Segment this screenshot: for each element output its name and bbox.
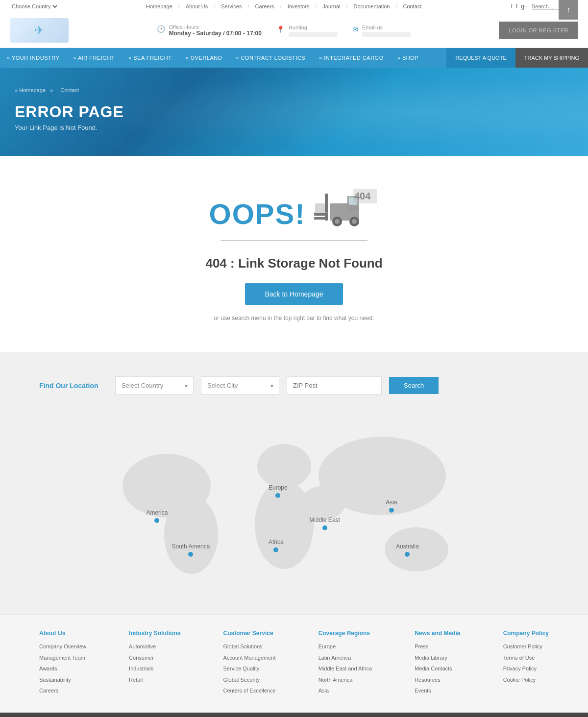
- footer-link[interactable]: Management Team: [39, 654, 86, 663]
- login-register-button[interactable]: LOGIN or REGISTER: [499, 22, 578, 39]
- footer-link[interactable]: Cookie Policy: [503, 676, 549, 685]
- track-shipping-button[interactable]: Track My Shipping: [515, 48, 588, 68]
- region-asia[interactable]: Asia: [386, 499, 397, 513]
- footer-link[interactable]: Service Quality: [223, 665, 276, 673]
- email-label: Email us: [362, 25, 411, 30]
- nav-your-industry[interactable]: » YOUR INDUSTRY: [0, 48, 66, 68]
- footer-col-policy: Company Policy Customer Policy Terms of …: [503, 630, 549, 698]
- footer-link[interactable]: Retail: [129, 676, 180, 685]
- page-title: ERROR PAGE: [15, 103, 573, 121]
- footer-link[interactable]: Careers: [39, 687, 86, 695]
- region-middle-east[interactable]: Middle East: [309, 517, 340, 530]
- footer-link[interactable]: Automotive: [129, 643, 180, 651]
- nav-homepage[interactable]: Homepage: [146, 3, 172, 9]
- footer-col-industry: Industry Solutions Automotive Consumer I…: [129, 630, 180, 698]
- footer-col-news-heading: News and Media: [415, 630, 460, 637]
- svg-point-9: [352, 219, 357, 224]
- africa-dot: [273, 547, 278, 552]
- footer-wrapper: Find Our Location Select Country Select …: [0, 352, 588, 717]
- world-map: America Europe Middle East Asia: [39, 407, 549, 615]
- footer-col-news: News and Media Press Media Library Media…: [415, 630, 460, 698]
- city-select-wrapper: Select City: [201, 376, 279, 395]
- footer-link[interactable]: Media Contacts: [415, 665, 460, 673]
- footer-link[interactable]: Centers of Excellence: [223, 687, 276, 695]
- footer-link[interactable]: Sustainability: [39, 676, 86, 685]
- location-icon: 📍: [276, 25, 285, 33]
- error-404-title: 404 : Link Storage Not Found: [205, 256, 382, 271]
- nav-overland[interactable]: » OVERLAND: [179, 48, 229, 68]
- footer-link[interactable]: Industrials: [129, 665, 180, 673]
- office-hours-info: 🕐 Office Hours Monday - Saturday / 07:00…: [157, 24, 262, 37]
- footer-col-coverage-heading: Coverage Regions: [318, 630, 372, 637]
- footer-link[interactable]: Media Library: [415, 654, 460, 663]
- nav-contract-logistics[interactable]: » CONTRACT LOGISTICS: [229, 48, 312, 68]
- footer-link[interactable]: Asia: [318, 687, 372, 695]
- ground-line: [220, 240, 368, 241]
- footer-link[interactable]: Global Security: [223, 676, 276, 685]
- country-selector[interactable]: Choose Country: [10, 3, 59, 10]
- footer-link[interactable]: Europe: [318, 643, 372, 651]
- hunting-value: [289, 32, 338, 37]
- footer-link[interactable]: Privacy Policy: [503, 665, 549, 673]
- middle-east-dot: [322, 525, 327, 530]
- america-dot: [154, 518, 159, 523]
- nav-documentation[interactable]: Documentation: [354, 3, 390, 9]
- city-select[interactable]: Select City: [201, 376, 279, 395]
- logo: [10, 18, 69, 43]
- nav-sea-freight[interactable]: » SEA FREIGHT: [122, 48, 178, 68]
- hunting-info: 📍 Hunting: [276, 25, 338, 37]
- forklift-icon: 404: [310, 186, 379, 230]
- footer-col-about: About Us Company Overview Management Tea…: [39, 630, 86, 698]
- region-africa[interactable]: Africa: [269, 539, 284, 552]
- region-australia[interactable]: Australia: [396, 543, 419, 557]
- search-hint: or use search menu in the top right bar …: [214, 315, 374, 321]
- top-nav: Homepage / About Us / Services / Careers…: [146, 3, 421, 9]
- country-select-wrapper: Select Country: [115, 376, 194, 395]
- nav-integrated-cargo[interactable]: » INTEGRATED CARGO: [312, 48, 391, 68]
- map-labels: America Europe Middle East Asia: [39, 458, 549, 605]
- footer-links: About Us Company Overview Management Tea…: [0, 615, 588, 713]
- region-europe[interactable]: Europe: [269, 484, 288, 498]
- scroll-to-top-button[interactable]: ↑: [559, 0, 578, 20]
- footer-link[interactable]: Press: [415, 643, 460, 651]
- nav-careers[interactable]: Careers: [255, 3, 274, 9]
- request-quote-button[interactable]: Request A Quote: [446, 48, 515, 68]
- footer-link[interactable]: Global Solutions: [223, 643, 276, 651]
- nav-shop[interactable]: » SHOP: [391, 48, 425, 68]
- footer-link[interactable]: Account Management: [223, 654, 276, 663]
- region-south-america[interactable]: South America: [172, 543, 210, 557]
- footer-link[interactable]: Latin America: [318, 654, 372, 663]
- nav-items: » YOUR INDUSTRY » AIR FREIGHT » SEA FREI…: [0, 48, 446, 68]
- footer-link[interactable]: Company Overview: [39, 643, 86, 651]
- twitter-icon[interactable]: t: [511, 3, 513, 10]
- footer-link[interactable]: Awards: [39, 665, 86, 673]
- country-select[interactable]: Select Country: [115, 376, 194, 395]
- gplus-icon[interactable]: g+: [521, 3, 528, 10]
- footer-col-about-heading: About Us: [39, 630, 86, 637]
- svg-rect-4: [314, 217, 328, 220]
- australia-dot: [405, 552, 410, 557]
- nav-about[interactable]: About Us: [186, 3, 208, 9]
- footer-link[interactable]: Customer Policy: [503, 643, 549, 651]
- bottom-bar: © 06859676 t f g+: [0, 713, 588, 717]
- header-info: 🕐 Office Hours Monday - Saturday / 07:00…: [69, 24, 499, 37]
- nav-contact[interactable]: Contact: [403, 3, 422, 9]
- zip-input[interactable]: [287, 376, 382, 395]
- footer-link[interactable]: Events: [415, 687, 460, 695]
- breadcrumb-home[interactable]: Homepage: [19, 87, 46, 93]
- nav-journal[interactable]: Journal: [322, 3, 340, 9]
- svg-text:404: 404: [354, 191, 371, 201]
- footer-link[interactable]: Middle East and Africa: [318, 665, 372, 673]
- footer-link[interactable]: North America: [318, 676, 372, 685]
- footer-link[interactable]: Consumer: [129, 654, 180, 663]
- logo-image: [10, 18, 69, 43]
- back-to-homepage-button[interactable]: Back to Homepage: [245, 283, 343, 305]
- footer-link[interactable]: Resources: [415, 676, 460, 685]
- nav-investors[interactable]: Investors: [288, 3, 310, 9]
- footer-link[interactable]: Terms of Use: [503, 654, 549, 663]
- facebook-icon[interactable]: f: [516, 3, 517, 10]
- nav-services[interactable]: Services: [221, 3, 242, 9]
- nav-air-freight[interactable]: » AIR FREIGHT: [66, 48, 122, 68]
- location-search-button[interactable]: Search: [389, 377, 439, 394]
- region-america[interactable]: America: [146, 509, 168, 523]
